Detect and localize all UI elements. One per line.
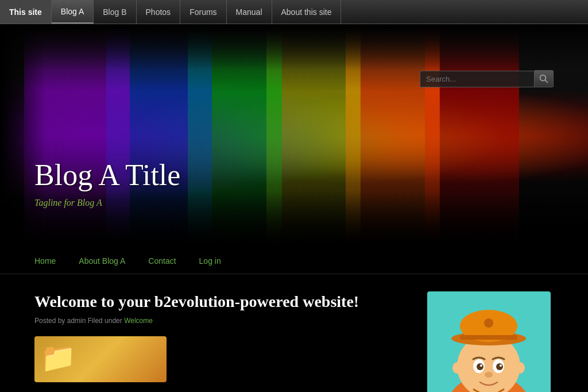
- content-left: Welcome to your b2evolution-powered webs…: [34, 291, 410, 392]
- folder-icon: 📁: [40, 341, 76, 374]
- search-input[interactable]: [420, 71, 535, 87]
- sec-nav-login[interactable]: Log in: [199, 256, 221, 266]
- top-navigation: This site Blog A Blog B Photos Forums Ma…: [0, 0, 588, 24]
- search-box: [420, 70, 554, 87]
- post-meta: Posted by admin Filed under Welcome: [34, 317, 410, 325]
- sec-nav-contact[interactable]: Contact: [148, 256, 176, 266]
- svg-rect-8: [460, 335, 517, 340]
- svg-point-18: [516, 362, 525, 374]
- avatar-image: [427, 291, 551, 392]
- post-meta-prefix: Posted by: [34, 317, 65, 325]
- svg-point-16: [485, 372, 493, 378]
- hero-overlay-left: [0, 24, 46, 248]
- top-nav-blog-b[interactable]: Blog B: [94, 0, 136, 24]
- search-icon: [539, 74, 548, 83]
- sec-nav-about-blog-a[interactable]: About Blog A: [79, 256, 125, 266]
- post-thumbnail: 📁: [34, 336, 167, 382]
- top-nav-manual[interactable]: Manual: [227, 0, 272, 24]
- svg-line-1: [546, 80, 548, 83]
- top-nav-photos[interactable]: Photos: [137, 0, 181, 24]
- svg-point-12: [477, 363, 483, 370]
- svg-point-15: [500, 364, 502, 367]
- hero-section: Blog A Title Tagline for Blog A: [0, 24, 588, 248]
- svg-point-14: [480, 364, 482, 367]
- top-nav-blog-a[interactable]: Blog A: [52, 0, 94, 24]
- svg-point-13: [496, 363, 503, 370]
- blog-tagline: Tagline for Blog A: [34, 198, 180, 208]
- top-nav-about[interactable]: About this site: [272, 0, 342, 24]
- avatar-container: [427, 291, 551, 392]
- post-article: Welcome to your b2evolution-powered webs…: [34, 291, 410, 382]
- hero-overlay-top: [0, 24, 588, 70]
- content-right: [427, 291, 554, 392]
- post-title: Welcome to your b2evolution-powered webs…: [34, 291, 410, 312]
- secondary-navigation: Home About Blog A Contact Log in: [0, 248, 588, 274]
- svg-point-17: [452, 362, 462, 374]
- main-content: Welcome to your b2evolution-powered webs…: [0, 274, 588, 392]
- blog-title-area: Blog A Title Tagline for Blog A: [34, 158, 180, 208]
- top-nav-forums[interactable]: Forums: [180, 0, 226, 24]
- post-meta-filed: Filed under: [88, 317, 124, 325]
- blog-title: Blog A Title: [34, 158, 180, 192]
- svg-point-9: [484, 318, 493, 328]
- post-category-link[interactable]: Welcome: [124, 317, 153, 325]
- top-nav-this-site[interactable]: This site: [0, 0, 52, 24]
- search-button[interactable]: [535, 70, 554, 87]
- sec-nav-home[interactable]: Home: [34, 256, 56, 266]
- post-author-name[interactable]: admin: [67, 317, 86, 325]
